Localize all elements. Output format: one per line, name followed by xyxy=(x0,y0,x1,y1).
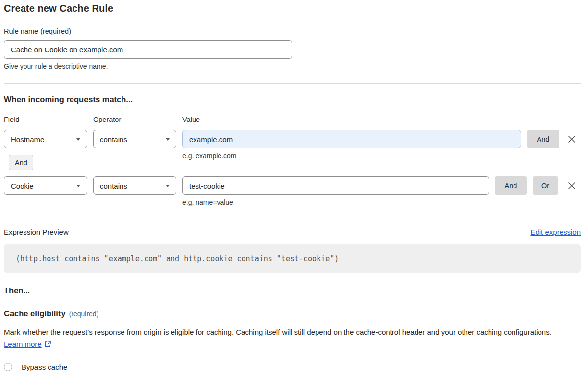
value-hint: e.g. example.com xyxy=(182,152,237,160)
section-divider xyxy=(4,83,581,84)
condition-column-labels: Field Operator Value xyxy=(4,116,581,123)
field-column-label: Field xyxy=(4,116,93,123)
chevron-down-icon xyxy=(166,138,170,141)
edit-expression-link[interactable]: Edit expression xyxy=(530,228,581,236)
cache-eligibility-heading: Cache eligibility xyxy=(4,309,66,318)
page-title: Create new Cache Rule xyxy=(4,3,581,14)
field-select[interactable]: Cookie xyxy=(4,176,87,195)
rule-name-label: Rule name (required) xyxy=(4,27,581,35)
close-icon xyxy=(567,134,577,144)
chevron-down-icon xyxy=(76,185,80,187)
create-cache-rule-form: Create new Cache Rule Rule name (require… xyxy=(4,3,581,384)
radio-circle-icon xyxy=(4,363,12,371)
and-button[interactable]: And xyxy=(527,130,559,148)
operator-select[interactable]: contains xyxy=(93,176,176,195)
condition-row: Cookie contains And Or xyxy=(4,176,581,195)
value-column-label: Value xyxy=(182,116,200,123)
expression-preview-label: Expression Preview xyxy=(4,228,69,236)
learn-more-link[interactable]: Learn more xyxy=(4,340,42,348)
value-input[interactable] xyxy=(182,176,489,195)
operator-select-value: contains xyxy=(100,182,127,190)
radio-label: Bypass cache xyxy=(22,363,67,371)
value-hint: e.g. name=value xyxy=(182,198,581,206)
chevron-down-icon xyxy=(166,185,170,187)
external-link-icon xyxy=(44,339,51,351)
expression-preview-code: (http.host contains "example.com" and ht… xyxy=(4,244,581,273)
condition-row: Hostname contains And xyxy=(4,130,581,148)
and-button[interactable]: And xyxy=(495,176,527,195)
field-select-value: Cookie xyxy=(11,182,34,190)
rule-name-helper: Give your rule a descriptive name. xyxy=(4,62,581,70)
connector-and-chip[interactable]: And xyxy=(9,155,33,170)
operator-select-value: contains xyxy=(100,135,127,144)
required-note: (required) xyxy=(69,310,99,318)
match-heading: When incoming requests match... xyxy=(4,95,581,104)
operator-column-label: Operator xyxy=(93,116,182,123)
rule-name-input[interactable] xyxy=(4,40,292,59)
field-select[interactable]: Hostname xyxy=(4,130,87,148)
remove-condition-button[interactable] xyxy=(565,179,579,192)
chevron-down-icon xyxy=(76,138,80,141)
close-icon xyxy=(567,181,577,191)
description-text: Mark whether the request’s response from… xyxy=(4,328,552,336)
then-heading: Then... xyxy=(4,286,581,295)
field-select-value: Hostname xyxy=(11,135,44,144)
remove-condition-button[interactable] xyxy=(565,132,579,146)
or-button[interactable]: Or xyxy=(533,176,558,195)
value-input[interactable] xyxy=(182,130,521,148)
operator-select[interactable]: contains xyxy=(93,130,176,148)
radio-bypass-cache[interactable]: Bypass cache xyxy=(4,363,581,371)
cache-eligibility-description: Mark whether the request’s response from… xyxy=(4,326,572,351)
condition-connector: And e.g. example.com xyxy=(4,148,581,176)
